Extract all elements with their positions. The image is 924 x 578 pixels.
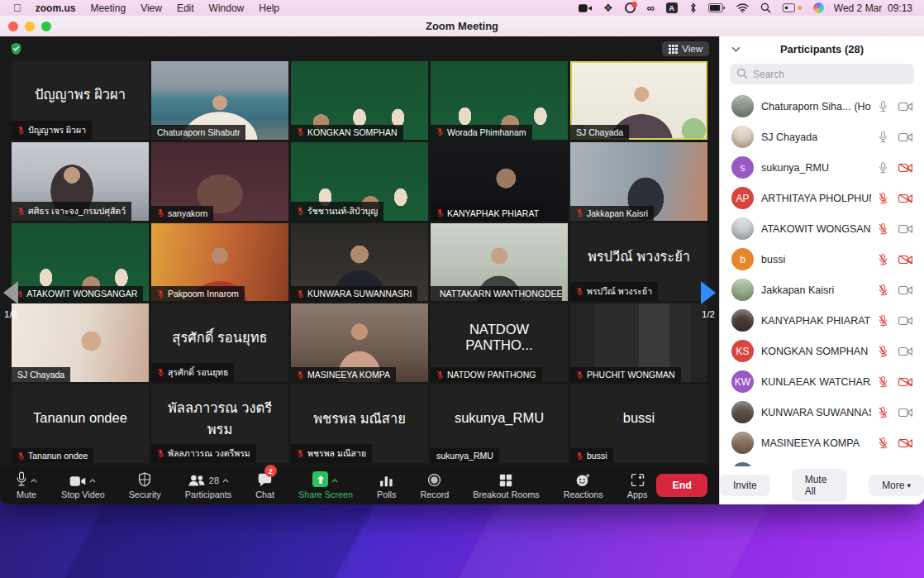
video-tile[interactable]: NATDOW PANTHO... NATDOW PANTHONG (431, 303, 568, 382)
participants-count: 28 (209, 475, 219, 485)
video-tile[interactable]: ปัญญาพร ผิวผา ปัญญาพร ผิวผา (12, 61, 149, 140)
video-tile[interactable]: sukunya_RMU sukunya_RMU (431, 385, 568, 463)
menu-bar-clock[interactable]: Wed 2 Mar 09:13 (831, 2, 916, 14)
video-tile[interactable]: KONGKAN SOMPHAN (291, 61, 428, 140)
mute-options-chevron-icon[interactable] (31, 479, 37, 483)
video-tile[interactable]: ATAKOWIT WONGSANGAR (12, 223, 149, 302)
tile-center-name: bussi (570, 385, 707, 451)
apple-menu-icon[interactable]:  (13, 2, 21, 14)
menu-view[interactable]: View (133, 2, 169, 14)
siri-icon[interactable] (813, 2, 824, 13)
reactions-smiley-icon (576, 473, 591, 487)
participant-row[interactable]: ATAKOWIT WONGSANGAR (720, 213, 924, 244)
security-button[interactable]: Security (121, 468, 169, 502)
record-button[interactable]: Record (412, 468, 456, 502)
tile-name-label: KONGKAN SOMPHAN (291, 125, 403, 140)
encryption-shield-icon[interactable] (10, 42, 22, 55)
participant-row[interactable]: KW KUNLAEAK WATCHARAWITT... (720, 366, 924, 397)
participants-list[interactable]: Chaturaporn Siha...(Host, me) SJ Chayada (720, 89, 924, 504)
menu-meeting[interactable]: Meeting (83, 2, 133, 14)
invite-button[interactable]: Invite (720, 475, 770, 496)
participant-row[interactable]: KUNWARA SUWANNASRI (720, 397, 924, 428)
participant-row[interactable]: Chaturaporn Siha...(Host, me) (720, 91, 924, 122)
video-tile[interactable]: KANYAPHAK PHIARAT (431, 142, 568, 221)
breakout-rooms-button[interactable]: Breakout Rooms (465, 468, 546, 502)
collapse-panel-chevron-icon[interactable] (731, 46, 741, 52)
video-tile[interactable]: Tananun ondee Tananun ondee (12, 385, 149, 463)
video-options-chevron-icon[interactable] (89, 479, 96, 483)
polls-button[interactable]: Polls (369, 468, 403, 502)
display-settings-icon[interactable] (783, 3, 802, 12)
bluetooth-icon[interactable] (689, 2, 697, 13)
previous-page-control[interactable]: 1/2 (3, 281, 18, 319)
participant-row[interactable]: KS KONGKAN SOMPHAN (720, 336, 924, 366)
stop-video-button[interactable]: Stop Video (54, 468, 112, 502)
battery-icon[interactable] (708, 3, 725, 12)
video-tile[interactable]: bussi bussi (570, 385, 707, 463)
participant-mic-icon (879, 376, 888, 388)
tile-name-text: bussi (587, 451, 607, 461)
video-tile[interactable]: พัลลภาวรณ วงตรีพรม พัลลภาวรณ วงตรีพรม (151, 385, 288, 463)
apps-button[interactable]: Apps (620, 468, 655, 502)
spotlight-search-icon[interactable] (760, 2, 771, 13)
participant-row[interactable]: b bussi (720, 244, 924, 275)
infinity-app-icon[interactable]: ∞ (647, 2, 655, 13)
video-tile[interactable]: พรปวีณ์ พวงระย้า พรปวีณ์ พวงระย้า (570, 223, 707, 302)
video-tile[interactable]: พชรพล มณีสาย พชรพล มณีสาย (291, 385, 428, 463)
video-tile[interactable]: Pakpoom Innarom (151, 223, 288, 302)
end-meeting-button[interactable]: End (656, 474, 707, 497)
video-tile[interactable]: sanyakorn (151, 142, 288, 221)
participants-icon (188, 474, 206, 487)
participant-row[interactable]: AP ARTHITAYA PHOLPHUMPRA... (720, 183, 924, 213)
share-screen-button[interactable]: Share Screen (291, 468, 360, 502)
view-button[interactable]: View (662, 41, 709, 56)
participant-video-icon (898, 316, 912, 326)
participants-chevron-icon[interactable] (222, 479, 229, 483)
video-tile[interactable]: KUNWARA SUWANNASRI (291, 223, 428, 302)
mute-all-button[interactable]: Mute All (792, 469, 847, 502)
video-tile[interactable]: ศศิธร เจาะจง_กรมปศุสัตว์ (12, 142, 149, 221)
more-button[interactable]: More▾ (869, 475, 924, 496)
participant-row[interactable]: s sukunya_RMU (720, 152, 924, 183)
dropbox-icon[interactable]: ❖ (603, 2, 613, 13)
avatar (731, 309, 754, 332)
video-tile[interactable]: NATTAKARN WANTHONGDEE (431, 223, 568, 302)
share-options-chevron-icon[interactable] (331, 479, 338, 483)
video-tile[interactable]: SJ Chayada (570, 61, 707, 140)
chat-label: Chat (255, 490, 274, 499)
menu-app-name[interactable]: zoom.us (28, 2, 83, 14)
participant-row[interactable]: MASINEEYA KOMPA (720, 428, 924, 458)
video-tile[interactable]: SJ Chayada (12, 303, 149, 382)
input-source-icon[interactable]: A (666, 2, 678, 13)
menu-window[interactable]: Window (202, 2, 252, 14)
avatar: AP (731, 187, 754, 209)
participant-status-icons (879, 193, 912, 204)
page-indicator-right: 1/2 (702, 309, 715, 319)
notification-app-icon[interactable] (625, 2, 636, 13)
video-tile[interactable]: PHUCHIT WONGMAN (570, 303, 707, 382)
participant-row[interactable]: Jakkapan Kaisri (720, 275, 924, 305)
participant-status-icons (879, 407, 912, 418)
tile-name-text: สุรศักดิ์ รอนยุทธ (168, 365, 228, 380)
menu-help[interactable]: Help (251, 2, 287, 14)
chat-button[interactable]: 2 Chat (248, 468, 282, 502)
video-tile[interactable]: รัชชานนท์-สิบัวบุญ (291, 142, 428, 221)
wifi-icon[interactable] (736, 3, 749, 12)
video-tile[interactable]: Worada Phimhanam (431, 61, 568, 140)
video-app-icon[interactable] (579, 3, 592, 13)
next-page-control[interactable]: 1/2 (701, 281, 716, 319)
video-tile[interactable]: Jakkapan Kaisri (570, 142, 707, 221)
participant-row[interactable]: KANYAPHAK PHIARAT (720, 305, 924, 336)
video-tile[interactable]: Chaturaporn Sihabutr (151, 61, 288, 140)
video-tile[interactable]: สุรศักดิ์ รอนยุทธ สุรศักดิ์ รอนยุทธ (151, 303, 288, 382)
next-page-arrow-icon[interactable] (701, 281, 716, 304)
reactions-button[interactable]: Reactions (556, 468, 611, 502)
menu-edit[interactable]: Edit (169, 2, 202, 14)
mute-button[interactable]: Mute (8, 468, 45, 502)
video-tile[interactable]: MASINEEYA KOMPA (291, 303, 428, 382)
muted-mic-icon (157, 368, 164, 377)
participants-button[interactable]: 28 Participants (178, 468, 239, 502)
participant-row[interactable]: SJ Chayada (720, 122, 924, 152)
search-input[interactable] (730, 64, 914, 84)
previous-page-arrow-icon[interactable] (3, 281, 18, 304)
